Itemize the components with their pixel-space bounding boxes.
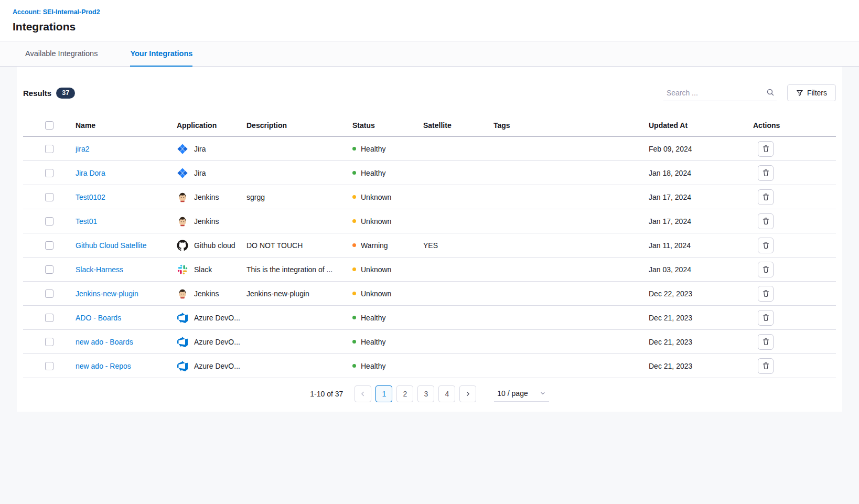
filters-button[interactable]: Filters — [787, 84, 836, 101]
search-box — [663, 85, 777, 101]
status-dot — [352, 147, 356, 151]
integration-name-link[interactable]: Jira Dora — [76, 169, 105, 177]
page-number-button[interactable]: 3 — [417, 385, 434, 402]
table-row: Test01 Jenkins Unknown Jan 17, 2024 — [23, 209, 836, 233]
table-row: Test0102 Jenkins sgrgg Unknown Jan 17, 2… — [23, 185, 836, 209]
tab-available-integrations[interactable]: Available Integrations — [25, 41, 98, 67]
delete-button[interactable] — [758, 189, 774, 205]
row-checkbox[interactable] — [45, 193, 53, 201]
delete-button[interactable] — [758, 286, 774, 302]
column-header-tags: Tags — [493, 121, 649, 130]
page-size-select[interactable]: 10 / page — [494, 386, 549, 402]
trash-icon — [762, 241, 770, 249]
status-cell: Healthy — [352, 338, 423, 346]
application-label: Azure DevO... — [194, 314, 240, 322]
integration-name-link[interactable]: Jenkins-new-plugin — [76, 289, 138, 298]
description-text: DO NOT TOUCH — [246, 241, 352, 250]
status-dot — [352, 171, 356, 175]
delete-button[interactable] — [758, 165, 774, 181]
actions-cell — [753, 213, 836, 229]
application-label: Slack — [194, 265, 212, 274]
application-label: Jira — [194, 145, 206, 153]
search-input[interactable] — [663, 85, 777, 101]
table-row: Jenkins-new-plugin Jenkins Jenkins-new-p… — [23, 282, 836, 306]
row-select-cell — [23, 314, 76, 322]
integration-name-link[interactable]: Github Cloud Satellite — [76, 241, 146, 250]
tab-your-integrations[interactable]: Your Integrations — [130, 41, 192, 67]
updated-at-value: Dec 21, 2023 — [649, 338, 753, 346]
row-checkbox[interactable] — [45, 362, 53, 370]
name-cell: Jenkins-new-plugin — [76, 289, 177, 298]
delete-button[interactable] — [758, 238, 774, 253]
status-dot — [352, 219, 356, 223]
results-label: Results — [23, 89, 51, 98]
row-checkbox[interactable] — [45, 338, 53, 346]
application-label: Jenkins — [194, 193, 219, 201]
row-checkbox[interactable] — [45, 217, 53, 226]
page-number-button[interactable]: 4 — [438, 385, 455, 402]
updated-at-value: Jan 11, 2024 — [649, 241, 753, 250]
integration-name-link[interactable]: new ado - Repos — [76, 362, 131, 370]
account-breadcrumb[interactable]: Account: SEI-Internal-Prod2 — [13, 8, 100, 16]
delete-button[interactable] — [758, 334, 774, 350]
select-all-checkbox[interactable] — [45, 121, 53, 130]
updated-at-value: Jan 03, 2024 — [649, 265, 753, 274]
integration-name-link[interactable]: Test0102 — [76, 193, 105, 201]
status-label: Healthy — [361, 362, 385, 370]
integration-name-link[interactable]: new ado - Boards — [76, 338, 133, 346]
row-checkbox[interactable] — [45, 289, 53, 298]
application-label: Jenkins — [194, 289, 219, 298]
name-cell: new ado - Repos — [76, 362, 177, 370]
status-cell: Unknown — [352, 193, 423, 201]
delete-button[interactable] — [758, 213, 774, 229]
tab-label: Available Integrations — [25, 49, 98, 58]
updated-at-value: Dec 21, 2023 — [649, 314, 753, 322]
delete-button[interactable] — [758, 141, 774, 157]
chevron-down-icon — [540, 390, 546, 396]
status-cell: Healthy — [352, 362, 423, 370]
integration-name-link[interactable]: ADO - Boards — [76, 314, 121, 322]
description-text: Jenkins-new-plugin — [246, 289, 352, 298]
row-select-cell — [23, 217, 76, 226]
trash-icon — [762, 193, 770, 201]
description-text: sgrgg — [246, 193, 352, 201]
status-cell: Healthy — [352, 314, 423, 322]
trash-icon — [762, 145, 770, 153]
row-checkbox[interactable] — [45, 145, 53, 153]
integration-name-link[interactable]: Test01 — [76, 217, 97, 226]
actions-cell — [753, 238, 836, 253]
row-select-cell — [23, 241, 76, 250]
trash-icon — [762, 314, 770, 321]
next-page-button[interactable] — [459, 385, 476, 402]
status-dot — [352, 243, 356, 247]
status-dot — [352, 364, 356, 368]
application-label: Jenkins — [194, 217, 219, 226]
integration-name-link[interactable]: Slack-Harness — [76, 265, 123, 274]
application-cell: Jira — [177, 143, 246, 155]
prev-page-button[interactable] — [355, 385, 371, 402]
toolbar-right: Filters — [663, 84, 836, 101]
status-label: Unknown — [361, 193, 391, 201]
integration-name-link[interactable]: jira2 — [76, 145, 89, 153]
row-checkbox[interactable] — [45, 314, 53, 322]
application-cell: Azure DevO... — [177, 336, 246, 348]
status-label: Unknown — [361, 265, 391, 274]
column-header-name: Name — [76, 121, 177, 130]
application-label: Jira — [194, 169, 206, 177]
status-cell: Unknown — [352, 289, 423, 298]
updated-at-value: Jan 17, 2024 — [649, 193, 753, 201]
actions-cell — [753, 310, 836, 326]
row-checkbox[interactable] — [45, 241, 53, 250]
trash-icon — [762, 362, 770, 370]
actions-cell — [753, 141, 836, 157]
actions-cell — [753, 189, 836, 205]
delete-button[interactable] — [758, 310, 774, 326]
row-select-cell — [23, 145, 76, 153]
delete-button[interactable] — [758, 358, 774, 374]
page-number-button[interactable]: 1 — [375, 385, 392, 402]
application-cell: Azure DevO... — [177, 360, 246, 372]
delete-button[interactable] — [758, 262, 774, 277]
row-checkbox[interactable] — [45, 169, 53, 177]
row-checkbox[interactable] — [45, 265, 53, 274]
page-number-button[interactable]: 2 — [396, 385, 413, 402]
